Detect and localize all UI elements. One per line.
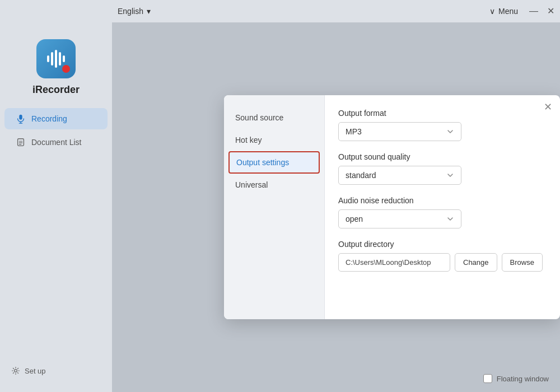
sidebar-item-recording[interactable]: Recording xyxy=(4,108,108,129)
window-controls: — ✕ xyxy=(529,7,554,16)
language-chevron: ▾ xyxy=(147,7,151,16)
dialog-nav-output-settings[interactable]: Output settings xyxy=(228,151,320,174)
setup-button[interactable]: Set up xyxy=(0,361,112,381)
svg-rect-5 xyxy=(19,115,22,120)
document-list-label: Document List xyxy=(31,138,81,147)
record-dot xyxy=(62,65,70,73)
settings-dialog: Sound source Hot key Output settings Uni… xyxy=(224,95,560,319)
microphone-icon xyxy=(16,114,26,124)
output-directory-label: Output directory xyxy=(338,240,547,249)
change-button[interactable]: Change xyxy=(455,253,497,272)
dialog-nav-hot-key[interactable]: Hot key xyxy=(224,129,324,151)
output-format-select[interactable]: MP3 xyxy=(338,122,461,141)
document-icon xyxy=(16,137,26,147)
dialog-content: ✕ Output format MP3 Output sound xyxy=(325,95,560,319)
dialog-close-button[interactable]: ✕ xyxy=(544,102,552,112)
svg-rect-0 xyxy=(47,55,49,62)
directory-row: C:\Users\MLoong\Desktop Change Browse xyxy=(338,253,547,272)
svg-rect-8 xyxy=(18,139,24,146)
sidebar: iRecorder Recording Document List xyxy=(0,22,112,392)
modal-overlay: Sound source Hot key Output settings Uni… xyxy=(112,22,560,392)
svg-rect-3 xyxy=(59,52,61,66)
output-quality-section: Output sound quality standard xyxy=(338,152,547,185)
floating-window-checkbox[interactable] xyxy=(483,374,492,383)
app-icon xyxy=(36,39,76,78)
setup-label: Set up xyxy=(25,367,46,375)
title-bar: English ▾ ∨ Menu — ✕ xyxy=(0,0,560,22)
sidebar-item-document-list[interactable]: Document List xyxy=(4,132,108,153)
floating-window-label: Floating window xyxy=(497,375,549,383)
output-quality-label: Output sound quality xyxy=(338,152,547,161)
dialog-nav-universal[interactable]: Universal xyxy=(224,174,324,196)
minimize-button[interactable]: — xyxy=(529,7,538,16)
chevron-down-icon xyxy=(446,215,454,223)
output-format-section: Output format MP3 xyxy=(338,109,547,141)
noise-reduction-value: open xyxy=(346,214,363,223)
floating-window-row: Floating window xyxy=(483,374,549,383)
noise-reduction-section: Audio noise reduction open xyxy=(338,196,547,228)
app-logo: iRecorder xyxy=(0,34,112,107)
output-directory-section: Output directory C:\Users\MLoong\Desktop… xyxy=(338,240,547,272)
menu-label: Menu xyxy=(498,7,518,16)
output-format-label: Output format xyxy=(338,109,547,118)
output-quality-select[interactable]: standard xyxy=(338,166,461,185)
language-selector[interactable]: English ▾ xyxy=(118,7,151,16)
chevron-down-icon xyxy=(446,128,454,136)
browse-button[interactable]: Browse xyxy=(502,253,543,272)
language-label: English xyxy=(118,7,143,16)
menu-chevron: ∨ xyxy=(489,7,495,16)
close-button[interactable]: ✕ xyxy=(547,7,554,16)
gear-icon xyxy=(11,366,20,375)
chevron-down-icon xyxy=(446,171,454,179)
output-format-value: MP3 xyxy=(346,127,362,136)
output-quality-value: standard xyxy=(346,171,376,180)
dialog-nav-sound-source[interactable]: Sound source xyxy=(224,106,324,129)
noise-reduction-label: Audio noise reduction xyxy=(338,196,547,205)
main-layout: iRecorder Recording Document List xyxy=(0,22,560,392)
recording-label: Recording xyxy=(31,114,67,123)
svg-rect-2 xyxy=(55,50,57,68)
noise-reduction-select[interactable]: open xyxy=(338,209,461,228)
svg-rect-4 xyxy=(63,55,65,62)
menu-button[interactable]: ∨ Menu xyxy=(489,7,518,16)
svg-point-12 xyxy=(15,370,17,372)
directory-path: C:\Users\MLoong\Desktop xyxy=(338,253,450,272)
dialog-nav: Sound source Hot key Output settings Uni… xyxy=(224,95,325,319)
app-title: iRecorder xyxy=(32,84,80,96)
content-area: ecording Sound source Hot key Output set… xyxy=(112,22,560,392)
svg-rect-1 xyxy=(51,52,53,66)
